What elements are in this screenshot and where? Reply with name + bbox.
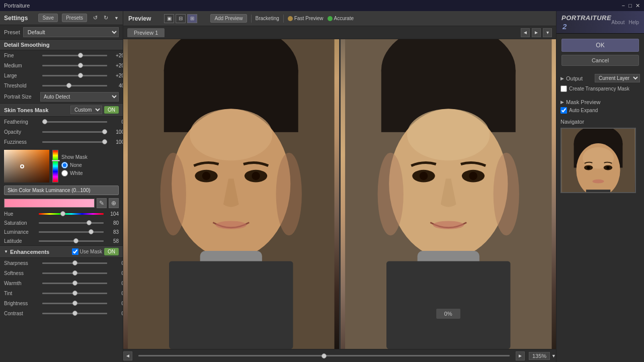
softness-slider[interactable] xyxy=(42,273,107,274)
use-mask-checkbox[interactable] xyxy=(72,248,78,255)
center-right: Preview ▣ ⊟ ⊞ Add Preview Brack xyxy=(123,11,644,362)
show-mask-none-label: None xyxy=(70,162,82,168)
svg-point-9 xyxy=(215,221,247,229)
hue-bar[interactable] xyxy=(52,150,58,183)
luminance-slider[interactable] xyxy=(39,231,104,233)
latitude-value: 58 xyxy=(106,238,119,244)
softness-row: Softness 0 xyxy=(0,268,123,278)
skin-mask-mode-select[interactable]: Custom Auto xyxy=(70,106,102,114)
split-view-icon: ⊟ xyxy=(179,16,183,21)
preset-select[interactable]: Default xyxy=(23,27,119,37)
brand-name: PORTRAITURE xyxy=(561,14,611,22)
latitude-slider[interactable] xyxy=(39,240,104,242)
medium-slider[interactable] xyxy=(42,65,107,66)
large-slider[interactable] xyxy=(42,75,107,76)
ok-button[interactable]: OK xyxy=(561,39,639,52)
output-header: ▶ Output Current Layer New Layer xyxy=(560,74,640,82)
detail-smoothing-header: Detail Smoothing xyxy=(0,39,123,50)
fine-slider[interactable] xyxy=(42,55,107,56)
show-mask-white-radio[interactable] xyxy=(61,170,68,176)
zoom-value: 135% xyxy=(529,352,550,360)
preview-fwd-btn[interactable]: ► xyxy=(516,351,525,360)
hue-value: 104 xyxy=(106,211,119,217)
single-view-btn[interactable]: ▣ xyxy=(164,14,174,23)
enhancements-on-button[interactable]: ON xyxy=(104,248,119,255)
feathering-row: Feathering 0 xyxy=(0,117,123,127)
hue-slider[interactable] xyxy=(39,213,104,215)
tab-prev-arrow[interactable]: ◄ xyxy=(521,28,530,37)
color-swatch[interactable] xyxy=(4,199,95,208)
dropdown-arrow-icon[interactable]: ▼ xyxy=(114,16,119,21)
create-mask-label: Create Transparency Mask xyxy=(569,86,629,92)
fuzziness-slider[interactable] xyxy=(42,141,107,143)
main-layout: Settings Save Presets ↺ ↻ ▼ Preset Defau… xyxy=(0,11,644,362)
tint-slider[interactable] xyxy=(42,293,107,294)
opacity-slider[interactable] xyxy=(42,131,107,133)
split-view-btn[interactable]: ⊟ xyxy=(176,14,186,23)
softness-value: 0 xyxy=(109,270,123,276)
color-picker-area: Show Mask None White xyxy=(0,147,123,186)
brightness-label: Brightness xyxy=(4,301,40,306)
tab-next-arrow[interactable]: ► xyxy=(532,28,541,37)
softness-label: Softness xyxy=(4,270,40,276)
brightness-slider[interactable] xyxy=(42,303,107,304)
preview-position-slider[interactable] xyxy=(138,355,510,356)
threshold-slider[interactable] xyxy=(42,85,107,86)
eyedropper-button[interactable]: ✎ xyxy=(97,198,107,208)
about-link[interactable]: About xyxy=(611,20,624,25)
navigator-thumbnail[interactable] xyxy=(560,128,636,193)
color-picker-cursor[interactable] xyxy=(20,164,24,168)
skin-mask-on-button[interactable]: ON xyxy=(104,106,119,114)
preview-back-btn[interactable]: ◄ xyxy=(123,351,132,360)
minimize-btn[interactable]: − xyxy=(622,3,625,9)
help-link[interactable]: Help xyxy=(628,20,639,25)
preview-tab-1[interactable]: Preview 1 xyxy=(127,28,165,37)
redo-icon[interactable]: ↻ xyxy=(104,15,108,21)
large-label: Large xyxy=(4,73,40,78)
settings-header: Settings Save Presets ↺ ↻ ▼ xyxy=(0,11,123,25)
swatch-row: ✎ ⊕ xyxy=(0,197,123,209)
brightness-value: 0 xyxy=(109,301,123,306)
auto-expand-checkbox[interactable] xyxy=(560,107,567,114)
tint-value: 0 xyxy=(109,291,123,296)
large-value: +20 xyxy=(109,73,123,78)
add-preview-button[interactable]: Add Preview xyxy=(210,14,247,23)
luminance-label: Luminance xyxy=(4,229,37,235)
show-mask-white-label: White xyxy=(70,170,83,176)
warmth-slider[interactable] xyxy=(42,283,107,284)
tint-row: Tint 0 xyxy=(0,288,123,298)
contrast-slider[interactable] xyxy=(42,313,107,314)
contrast-row: Contrast 0 xyxy=(0,308,123,318)
app-title: Portraiture xyxy=(4,3,30,9)
dual-view-btn[interactable]: ⊞ xyxy=(187,14,197,23)
feathering-slider[interactable] xyxy=(42,121,107,123)
large-row: Large +20 xyxy=(0,70,123,80)
section-toggle-icon[interactable]: ▼ xyxy=(4,249,8,254)
svg-point-4 xyxy=(190,109,272,161)
save-button[interactable]: Save xyxy=(38,14,58,22)
portrait-size-select[interactable]: Auto Detect Small Medium Large xyxy=(40,92,119,102)
reset-color-button[interactable]: ⊕ xyxy=(109,198,119,208)
presets-button[interactable]: Presets xyxy=(62,14,87,22)
svg-point-26 xyxy=(377,153,403,235)
fast-preview-label[interactable]: Fast Preview xyxy=(294,16,324,21)
close-btn[interactable]: ✕ xyxy=(635,3,640,9)
color-gradient[interactable] xyxy=(4,150,49,183)
accurate-label[interactable]: Accurate xyxy=(334,16,354,21)
tab-menu-arrow[interactable]: ▾ xyxy=(543,28,552,37)
preset-label: Preset xyxy=(4,29,20,35)
eyedropper-icon: ✎ xyxy=(99,200,104,207)
fuzziness-value: 100 xyxy=(109,139,123,145)
cancel-button[interactable]: Cancel xyxy=(561,55,639,66)
output-select[interactable]: Current Layer New Layer xyxy=(595,74,640,82)
zoom-dropdown-icon[interactable]: ▼ xyxy=(551,353,556,358)
zoom-display: 135% ▼ xyxy=(529,352,556,360)
saturation-slider[interactable] xyxy=(39,222,104,224)
show-mask-none-row: None xyxy=(61,162,119,168)
show-mask-none-radio[interactable] xyxy=(61,162,68,168)
undo-icon[interactable]: ↺ xyxy=(93,15,98,21)
create-mask-checkbox[interactable] xyxy=(560,85,567,92)
maximize-btn[interactable]: □ xyxy=(628,3,632,9)
sharpness-slider[interactable] xyxy=(42,262,107,264)
preview-tab-bar: Preview 1 ◄ ► ▾ xyxy=(123,26,556,39)
